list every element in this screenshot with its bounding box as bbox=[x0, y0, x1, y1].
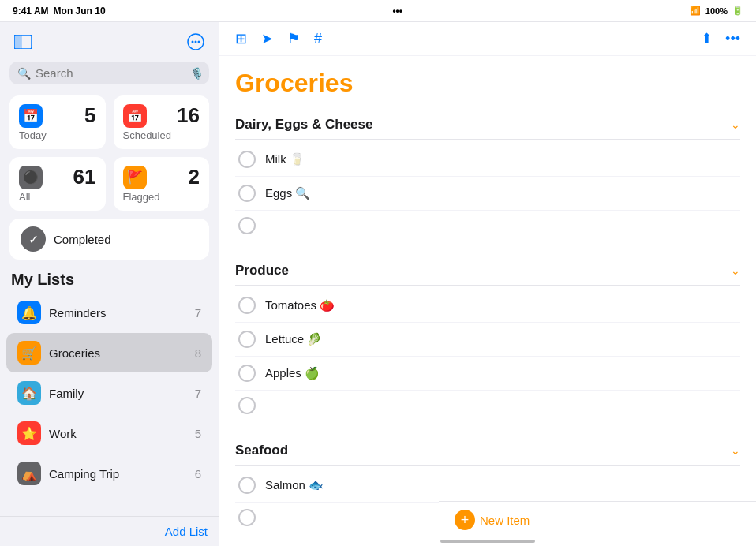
mic-icon[interactable]: 🎙️ bbox=[190, 67, 204, 80]
completed-label: Completed bbox=[54, 233, 111, 246]
main-area: 🔍 🎙️ 📅 5 Today 📅 16 Scheduled bbox=[0, 22, 756, 546]
sidebar-toggle-button[interactable] bbox=[11, 30, 35, 54]
salmon-text: Salmon 🐟 bbox=[265, 478, 737, 492]
work-name: Work bbox=[49, 427, 187, 440]
smart-tile-today[interactable]: 📅 5 Today bbox=[9, 95, 106, 149]
tomatoes-checkbox[interactable] bbox=[238, 297, 256, 314]
item-apples: Apples 🍏 bbox=[235, 357, 740, 391]
today-label: Today bbox=[19, 129, 96, 141]
list-item-work[interactable]: ⭐ Work 5 bbox=[6, 413, 212, 453]
camping-name: Camping Trip bbox=[49, 467, 187, 481]
svg-rect-0 bbox=[14, 35, 21, 49]
family-name: Family bbox=[49, 387, 187, 400]
produce-title: Produce bbox=[235, 263, 289, 279]
dairy-add-circle bbox=[238, 217, 256, 234]
reminders-icon: 🔔 bbox=[17, 301, 41, 324]
all-label: All bbox=[19, 191, 96, 203]
eggs-checkbox[interactable] bbox=[238, 185, 256, 202]
seafood-add-circle bbox=[238, 509, 256, 526]
family-count: 7 bbox=[195, 387, 201, 400]
status-dots: ••• bbox=[392, 6, 402, 17]
seafood-title: Seafood bbox=[235, 443, 288, 458]
scheduled-count: 16 bbox=[177, 103, 200, 128]
list-title: Groceries bbox=[235, 69, 740, 98]
milk-checkbox[interactable] bbox=[238, 151, 256, 168]
battery-icon: 🔋 bbox=[732, 6, 743, 16]
home-indicator bbox=[440, 540, 535, 543]
svg-rect-2 bbox=[21, 35, 22, 49]
location-icon[interactable]: ➤ bbox=[261, 30, 273, 47]
camping-count: 6 bbox=[195, 467, 201, 481]
lettuce-text: Lettuce 🥬 bbox=[265, 332, 737, 346]
status-time: 9:41 AM bbox=[13, 6, 49, 17]
flagged-icon: 🚩 bbox=[123, 166, 147, 189]
hashtag-icon[interactable]: # bbox=[314, 31, 322, 47]
produce-add-circle bbox=[238, 397, 256, 414]
status-center: ••• bbox=[392, 6, 402, 17]
search-bar[interactable]: 🔍 🎙️ bbox=[9, 62, 209, 84]
flagged-label: Flagged bbox=[123, 191, 200, 203]
list-item-camping[interactable]: ⛺ Camping Trip 6 bbox=[6, 454, 212, 493]
work-count: 5 bbox=[195, 427, 201, 440]
today-icon: 📅 bbox=[19, 104, 43, 128]
share-icon[interactable]: ⬆ bbox=[701, 30, 713, 47]
toolbar-right-icons: ⬆ ••• bbox=[701, 30, 740, 47]
item-milk: Milk 🥛 bbox=[235, 143, 740, 177]
milk-text: Milk 🥛 bbox=[265, 152, 737, 166]
item-salmon: Salmon 🐟 bbox=[235, 469, 740, 503]
status-time-date: 9:41 AM Mon Jun 10 bbox=[13, 6, 106, 17]
dairy-add-row[interactable] bbox=[235, 211, 740, 241]
dairy-section-header[interactable]: Dairy, Eggs & Cheese ⌄ bbox=[235, 110, 740, 140]
apples-checkbox[interactable] bbox=[238, 365, 256, 382]
work-icon: ⭐ bbox=[17, 421, 41, 445]
list-items: 🔔 Reminders 7 🛒 Groceries 8 🏠 Family 7 ⭐… bbox=[0, 292, 219, 516]
new-item-plus-icon: + bbox=[455, 510, 475, 530]
apples-text: Apples 🍏 bbox=[265, 366, 737, 380]
my-lists-header: My Lists bbox=[0, 266, 219, 292]
smart-tile-flagged[interactable]: 🚩 2 Flagged bbox=[114, 157, 210, 211]
scheduled-icon: 📅 bbox=[123, 104, 147, 128]
toolbar-left-icons: ⊞ ➤ ⚑ # bbox=[235, 30, 322, 47]
section-dairy: Dairy, Eggs & Cheese ⌄ Milk 🥛 Eggs 🔍 bbox=[235, 110, 740, 241]
smart-lists-grid: 📅 5 Today 📅 16 Scheduled ⚫ 61 All bbox=[0, 91, 219, 219]
list-item-family[interactable]: 🏠 Family 7 bbox=[6, 373, 212, 413]
smart-tile-scheduled[interactable]: 📅 16 Scheduled bbox=[114, 95, 210, 149]
flag-toolbar-icon[interactable]: ⚑ bbox=[287, 30, 300, 47]
list-item-reminders[interactable]: 🔔 Reminders 7 bbox=[6, 293, 212, 332]
main-toolbar: ⊞ ➤ ⚑ # ⬆ ••• bbox=[219, 22, 756, 56]
produce-add-row[interactable] bbox=[235, 391, 740, 421]
svg-point-6 bbox=[198, 41, 200, 43]
scheduled-label: Scheduled bbox=[123, 129, 200, 141]
search-input[interactable] bbox=[36, 66, 185, 80]
sidebar-more-button[interactable] bbox=[184, 30, 208, 54]
salmon-checkbox[interactable] bbox=[238, 477, 256, 494]
eggs-text: Eggs 🔍 bbox=[265, 186, 737, 200]
today-count: 5 bbox=[84, 103, 95, 128]
status-right: 📶 100% 🔋 bbox=[690, 6, 743, 16]
new-item-button[interactable]: + New Item bbox=[455, 510, 530, 530]
tomatoes-text: Tomatoes 🍅 bbox=[265, 298, 737, 312]
groceries-count: 8 bbox=[195, 346, 201, 360]
search-icon: 🔍 bbox=[17, 67, 31, 80]
main-content: ⊞ ➤ ⚑ # ⬆ ••• Groceries Dairy, Eggs & Ch… bbox=[219, 22, 756, 546]
flagged-count: 2 bbox=[189, 165, 200, 189]
completed-tile[interactable]: ✓ Completed bbox=[9, 219, 209, 260]
list-item-groceries[interactable]: 🛒 Groceries 8 bbox=[6, 333, 212, 372]
svg-point-4 bbox=[192, 41, 194, 43]
completed-icon: ✓ bbox=[21, 226, 46, 252]
reminders-name: Reminders bbox=[49, 306, 187, 320]
item-tomatoes: Tomatoes 🍅 bbox=[235, 289, 740, 323]
item-eggs: Eggs 🔍 bbox=[235, 177, 740, 211]
smart-tile-all[interactable]: ⚫ 61 All bbox=[9, 157, 106, 211]
lettuce-checkbox[interactable] bbox=[238, 331, 256, 348]
produce-chevron-icon: ⌄ bbox=[731, 264, 740, 277]
family-icon: 🏠 bbox=[17, 381, 41, 405]
groceries-name: Groceries bbox=[49, 346, 187, 360]
more-icon[interactable]: ••• bbox=[725, 31, 740, 47]
grid-icon[interactable]: ⊞ bbox=[235, 30, 247, 47]
produce-section-header[interactable]: Produce ⌄ bbox=[235, 256, 740, 286]
add-list-button[interactable]: Add List bbox=[165, 525, 208, 538]
seafood-section-header[interactable]: Seafood ⌄ bbox=[235, 436, 740, 466]
reminders-count: 7 bbox=[195, 306, 201, 320]
sidebar: 🔍 🎙️ 📅 5 Today 📅 16 Scheduled bbox=[0, 22, 219, 546]
